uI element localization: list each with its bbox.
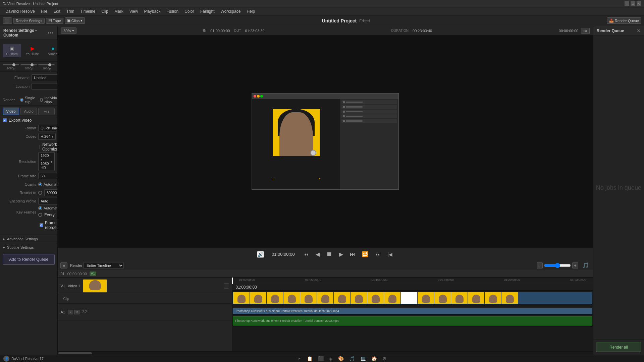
minimize-button[interactable]: – (625, 1, 629, 6)
preset-youtube[interactable]: ▶ YouTube (23, 44, 42, 57)
status-icon-home[interactable]: 🏠 (371, 356, 377, 361)
volume-button[interactable]: 🔊 (257, 251, 264, 258)
subtitle-settings-header[interactable]: ▶ Subtitle Settings (0, 243, 57, 251)
codec-dropdown[interactable]: H.264 ▾ (38, 133, 56, 140)
status-icon-fusion[interactable]: ◈ (329, 356, 333, 361)
slider-thumb-2[interactable] (31, 63, 34, 66)
menu-edit[interactable]: Edit (51, 8, 63, 14)
toolbar-icon-btn[interactable]: ⬛ (3, 17, 12, 24)
single-clip-option[interactable]: Single clip (20, 96, 36, 104)
in-timecode[interactable]: 01:00:00:00 (210, 29, 230, 33)
a1-s-btn[interactable]: S (68, 310, 73, 314)
menu-help[interactable]: Help (244, 8, 258, 14)
go-to-end-button[interactable]: ⏭ (348, 250, 357, 259)
frame-rate-dropdown[interactable]: 60 ▾ (38, 173, 58, 179)
out-timecode[interactable]: 01:23:03:39 (245, 29, 265, 33)
go-to-start-button[interactable]: ⏮ (302, 250, 310, 259)
play-button[interactable]: ▶ (338, 250, 344, 259)
slider-track-2[interactable] (20, 64, 37, 65)
slider-thumb-1[interactable] (12, 63, 15, 66)
zoom-slider[interactable] (544, 263, 571, 268)
preset-custom[interactable]: ▣ Custom (3, 44, 21, 57)
individual-clips-radio[interactable] (40, 98, 43, 102)
timeline-settings-btn[interactable]: ≡ (60, 262, 67, 268)
tab-audio[interactable]: Audio (20, 108, 37, 115)
render-range-select[interactable]: Entire Timeline (84, 262, 124, 269)
menu-mark[interactable]: Mark (112, 8, 126, 14)
layer-text-3 (346, 111, 363, 112)
timecode-more-btn[interactable]: ••• (581, 28, 590, 34)
status-icon-fairlight[interactable]: 🎵 (349, 356, 355, 361)
menu-workspace[interactable]: Workspace (218, 8, 244, 14)
frame-reorder-checkbox[interactable] (40, 223, 43, 227)
clips-btn[interactable]: ▣ Clips ▾ (65, 17, 85, 24)
status-icon-edit[interactable]: ⬛ (318, 356, 324, 361)
preset-vimeo[interactable]: ● Vimeo (44, 44, 57, 57)
skip-forward-button[interactable]: ⏭ (374, 250, 382, 259)
zoom-in-btn[interactable]: + (572, 262, 578, 268)
restrict-radio[interactable] (38, 191, 42, 195)
stop-button[interactable]: ⏹ (325, 249, 334, 259)
menu-color[interactable]: Color (182, 8, 197, 14)
step-back-button[interactable]: ◀ (314, 250, 321, 259)
format-dropdown[interactable]: QuickTime ▾ (38, 125, 58, 131)
audio-clip-bar[interactable]: Photoshop Kunstwerk aus einem Portrait e… (233, 316, 592, 325)
individual-clips-option[interactable]: Individual clips (40, 96, 58, 104)
maximize-button[interactable]: □ (631, 1, 635, 6)
v1-lock-btn[interactable] (224, 283, 229, 289)
location-input[interactable] (32, 83, 58, 90)
slider-track-1[interactable] (3, 64, 19, 65)
loop-button[interactable]: 🔁 (361, 250, 370, 259)
slider-thumb-3[interactable] (48, 63, 51, 66)
advanced-settings-header[interactable]: ▶ Advanced Settings (0, 235, 57, 243)
preview-viewport (58, 36, 593, 247)
slider-track-3[interactable] (38, 64, 55, 65)
menu-trim[interactable]: Trim (64, 8, 77, 14)
v1-controls (224, 283, 229, 289)
menu-fusion[interactable]: Fusion (164, 8, 181, 14)
menu-timeline[interactable]: Timeline (77, 8, 98, 14)
filename-input[interactable] (32, 74, 58, 81)
audio-settings-btn[interactable]: 🎵 (581, 261, 590, 270)
a1-m-btn[interactable]: M (74, 310, 79, 314)
status-icon-media[interactable]: 📋 (307, 356, 313, 361)
scrollbar-thumb[interactable] (58, 352, 92, 354)
zoom-out-btn[interactable]: – (537, 262, 543, 268)
single-clip-radio[interactable] (20, 98, 23, 102)
skip-end-button[interactable]: |◀ (386, 250, 394, 258)
render-queue-btn[interactable]: 📤 Render Queue (607, 17, 641, 24)
tab-video[interactable]: Video (3, 108, 19, 115)
key-auto-radio[interactable] (38, 206, 42, 210)
tape-btn[interactable]: 🎞 Tape (46, 18, 63, 24)
status-icon-color[interactable]: 🎨 (338, 356, 344, 361)
menu-playback[interactable]: Playback (141, 8, 163, 14)
render-queue-close-btn[interactable]: ✕ (637, 28, 641, 34)
close-button[interactable]: ✕ (637, 1, 641, 6)
video-clip-bar[interactable] (233, 292, 592, 304)
render-all-button[interactable]: Render all (596, 343, 641, 352)
tab-file[interactable]: File (38, 108, 55, 115)
zoom-dropdown-btn[interactable]: 30% ▾ (61, 27, 76, 34)
menu-file[interactable]: File (38, 8, 50, 14)
export-video-checkbox[interactable] (3, 118, 7, 122)
add-to-queue-button[interactable]: Add to Render Queue (3, 254, 55, 265)
key-auto-option[interactable]: Automatic (38, 206, 58, 210)
menu-view[interactable]: View (127, 8, 141, 14)
quality-auto-radio[interactable] (38, 182, 42, 186)
status-icon-settings[interactable]: ⚙ (382, 356, 387, 361)
resolution-dropdown[interactable]: 644 x 362 HD ▾ (38, 152, 55, 171)
render-settings-btn[interactable]: Render Settings (13, 18, 45, 24)
menu-davinci[interactable]: DaVinci Resolve (3, 8, 38, 14)
key-every-radio[interactable] (38, 213, 42, 217)
quality-auto-option[interactable]: Automatic (38, 182, 58, 186)
restrict-value-input[interactable] (44, 189, 58, 196)
clips-icon: ▣ (67, 18, 70, 23)
menu-fairlight[interactable]: Fairlight (198, 8, 217, 14)
encoding-profile-dropdown[interactable]: Auto ▾ (38, 198, 58, 204)
panel-menu-btn[interactable]: ••• (48, 31, 54, 35)
timeline-scrollbar[interactable] (58, 351, 593, 355)
status-icon-deliver[interactable]: 💻 (360, 356, 366, 361)
network-opt-checkbox[interactable] (40, 145, 40, 149)
status-icon-cut[interactable]: ✂ (298, 356, 302, 361)
menu-clip[interactable]: Clip (99, 8, 111, 14)
